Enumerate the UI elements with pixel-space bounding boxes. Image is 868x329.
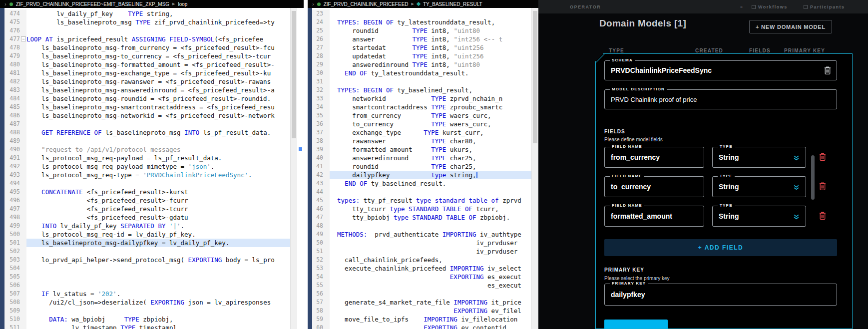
code-line[interactable]: move_file_to_ipfs IMPORTING iv_filelocat… [330,315,531,324]
code-line[interactable]: ls_baselineproto_msg-smartcontractaddres… [26,103,290,111]
nav-item-workflows[interactable]: Workflows [752,4,788,9]
code-line[interactable]: generate_s4_market_rate_file IMPORTING i… [330,298,531,307]
editor-middle-object-title[interactable]: ZIF_PRVD_CHAINLINK_PRICEFEED [324,1,409,7]
code-line[interactable]: es_execut [330,281,531,290]
code-line[interactable]: from_currency TYPE waers_curc, [330,111,531,120]
delete-field-icon[interactable] [819,182,827,191]
code-line[interactable] [26,26,290,35]
code-line[interactable]: ls_protocol_msg_req-id = lv_daily_pf_key… [26,230,290,239]
code-line[interactable] [26,120,290,128]
code-line[interactable] [330,290,531,298]
code-line[interactable]: DATA: wa_bpiobj TYPE zbpiobj, [26,315,290,324]
code-line[interactable]: <fs_pricefeed_result>-fcurr [26,196,290,205]
code-line[interactable]: answer TYPE int8, "int256 <-- t [330,35,531,43]
code-line[interactable]: call_chainlink_pricefeeds, [330,256,531,264]
code-line[interactable]: types: tty_pf_result type standard table… [330,196,531,205]
field-name-input[interactable]: FIELD NAMEto_currency [604,176,704,197]
code-line[interactable]: rawanswer TYPE char80, [330,137,531,145]
delete-model-icon[interactable] [824,66,832,75]
code-line[interactable]: CONCATENATE <fs_pricefeed_result>-kurst [26,188,290,196]
code-line[interactable]: METHODS: prvd_authenticate IMPORTING iv_… [330,230,531,239]
scrollbar-thumb[interactable] [292,11,296,138]
code-line[interactable]: answeredinround TYPE char25, [330,154,531,162]
code-line[interactable]: startedat TYPE int8, "uint256 [330,43,531,52]
code-line[interactable]: ls_baselineproto_msg-networkid = <fs_pri… [26,111,290,120]
delete-field-icon[interactable] [819,152,827,161]
code-line[interactable]: GET REFERENCE OF ls_baselineproto_msg IN… [26,128,290,137]
double-chevron-down-icon[interactable] [793,184,800,191]
field-type-select[interactable]: TYPEString [712,176,806,197]
schema-input[interactable]: SCHEMA PRVDChainlinkPriceFeedSync [604,60,837,80]
editor-middle-member-title[interactable]: TY_BASELINED_RESULT [423,1,482,7]
code-line[interactable] [330,188,531,196]
code-line[interactable]: ls_protocol_msg_req-payload = ls_pf_resu… [26,154,290,162]
fields-scrollbar[interactable] [811,155,815,200]
model-description-input[interactable]: MODEL DESCRIPTION PRVD Chainlink proof o… [604,89,837,109]
code-line[interactable]: EXPORTING ev_contentid [330,324,531,329]
code-line[interactable]: IF lv_status = '202'. [26,290,290,298]
code-area[interactable]: 2324 TYPES: BEGIN OF ty_latestrounddata_… [312,9,531,329]
field-name-input[interactable]: FIELD NAMEfrom_currency [604,147,704,168]
code-line[interactable]: roundid TYPE int8, "uint80 [330,26,531,35]
code-line[interactable] [26,179,290,188]
code-line[interactable]: <fs_pricefeed_result>-tcurr [26,205,290,213]
code-line[interactable]: TYPES: BEGIN OF ty_baselined_result, [330,86,531,94]
code-line[interactable]: formatted_amount TYPE ukurs, [330,145,531,154]
code-line[interactable]: ls_protocol_msg_req-type = 'PRVDChainlin… [26,171,290,179]
field-type-select[interactable]: TYPEString [712,147,806,168]
double-chevron-down-icon[interactable] [793,214,800,220]
code-line[interactable]: END OF ty_baselined_result. [330,179,531,188]
code-line[interactable]: ls_baselineproto_msg-roundid = <fs_price… [26,94,290,103]
fold-collapse-icon[interactable]: − [21,36,26,41]
code-line[interactable] [26,307,290,315]
code-line[interactable]: iv_prvduser [330,247,531,256]
code-line[interactable] [330,77,531,86]
field-type-select[interactable]: TYPEString [712,206,806,227]
code-line[interactable] [26,273,290,281]
code-area[interactable]: 474 lv_daily_pf_key TYPE string,475 ls_b… [4,9,290,329]
code-line[interactable]: INTO lv_daily_pf_key SEPARATED BY '|'. [26,222,290,230]
code-line[interactable]: smartcontractaddress TYPE zproubc_smartc [330,103,531,111]
code-line[interactable]: END OF ty_latestrounddata_result. [330,69,531,77]
code-line[interactable]: ls_baselineproto_msg-rawanswer = <fs_pri… [26,77,290,86]
code-line[interactable] [26,264,290,273]
code-line[interactable]: lv_daily_pf_key TYPE string, [26,9,290,18]
code-line[interactable]: answeredinround TYPE int8, "uint80 [330,60,531,69]
delete-field-icon[interactable] [819,211,827,220]
code-line[interactable]: to_currency TYPE waers_curc, [330,120,531,128]
code-line[interactable]: networkid TYPE zprvd_nchain_n [330,94,531,103]
code-line[interactable]: updatedat TYPE int8, "uint256 [330,52,531,60]
code-line[interactable]: ls_protocol_msg_req-payload_mimetype = '… [26,162,290,171]
scrollbar-thumb[interactable] [533,11,537,143]
code-line[interactable] [26,137,290,145]
code-line[interactable]: ls_baselineproto_msg-to_currency = <fs_p… [26,52,290,60]
editor-left-scrollbar[interactable] [290,8,297,329]
overview-ruler-marker[interactable] [299,147,302,151]
code-line[interactable] [330,9,531,18]
code-line[interactable]: ls_baselineproto_msg-formatted_amount = … [26,60,290,69]
code-line[interactable]: dailypfkey type string, [330,171,531,179]
field-name-input[interactable]: FIELD NAMEformatted_amount [604,206,704,227]
code-line[interactable]: ls_baselineproto_msg-exchange_type = <fs… [26,69,290,77]
code-line[interactable]: EXPORTING ev_filel [330,307,531,315]
code-line[interactable]: /ui2/cl_json=>deserialize( EXPORTING jso… [26,298,290,307]
code-line[interactable]: <fs_pricefeed_result>-gdatu [26,213,290,222]
code-line[interactable]: ls_baselineproto_msg TYPE zif_prvd_chain… [26,18,290,26]
code-line[interactable]: lv_timestamp TYPE timestampl, [26,324,290,329]
add-field-button[interactable]: + ADD FIELD [604,239,837,256]
editor-left-crumb-loop[interactable]: loop [178,1,187,7]
save-model-button-partial[interactable] [604,320,668,329]
code-line[interactable]: tty_bpiobj type STANDARD TABLE OF zbpiob… [330,213,531,222]
code-line[interactable]: "request to /api/v1/protocol_messages [26,145,290,154]
code-line[interactable]: lo_prvd_api_helper->send_protocol_msg( E… [26,256,290,264]
editor-left-object-title[interactable]: ZIF_PRVD_CHAINLINK_PRICEFEED~EMIT_BASELI… [16,1,169,7]
code-line[interactable]: exchange_type TYPE kurst_curr, [330,128,531,137]
code-line[interactable]: roundid TYPE char25, [330,162,531,171]
code-line[interactable]: tty_tcurr type STANDARD TABLE OF tcurr, [330,205,531,213]
code-line[interactable]: TYPES: BEGIN OF ty_latestrounddata_resul… [330,18,531,26]
code-line[interactable]: EXPORTING es_execut [330,273,531,281]
code-line[interactable] [26,281,290,290]
code-line[interactable]: LOOP AT is_pricefeed_result ASSIGNING FI… [26,35,290,43]
code-line[interactable]: ls_baselineproto_msg-from_currency = <fs… [26,43,290,52]
nav-item-participants[interactable]: Participants [804,4,845,9]
